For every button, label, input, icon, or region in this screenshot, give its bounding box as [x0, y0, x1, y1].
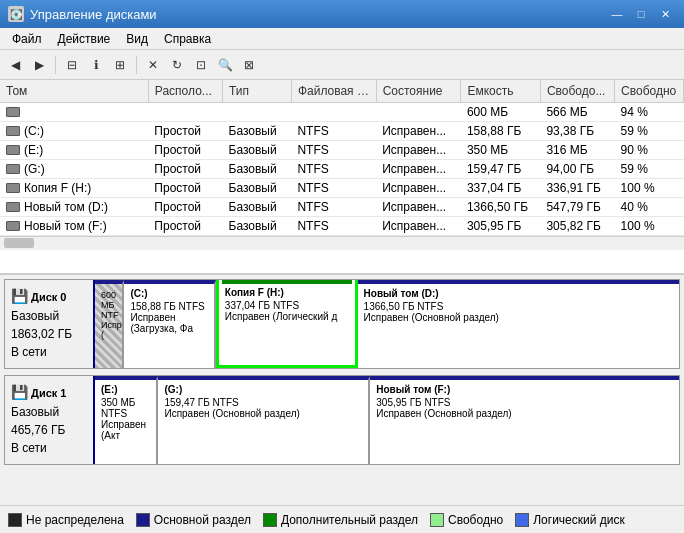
partition-name-f: Новый том (F:) — [376, 384, 673, 395]
toolbar-btn-info[interactable]: ℹ — [85, 54, 107, 76]
disk-1-size: 465,76 ГБ — [11, 421, 87, 439]
partition-status-g: Исправен (Основной раздел) — [164, 408, 362, 419]
cell-location: Простой — [148, 197, 222, 216]
toolbar-btn-copy[interactable]: ⊡ — [190, 54, 212, 76]
cell-fs: NTFS — [291, 159, 376, 178]
cell-free-abs: 316 МБ — [540, 140, 614, 159]
menu-help[interactable]: Справка — [156, 30, 219, 48]
toolbar-btn-search[interactable]: 🔍 — [214, 54, 236, 76]
forward-button[interactable]: ▶ — [28, 54, 50, 76]
cell-status: Исправен... — [376, 159, 461, 178]
legend-logical-label: Логический диск — [533, 513, 625, 527]
cell-location: Простой — [148, 121, 222, 140]
menu-view[interactable]: Вид — [118, 30, 156, 48]
col-location: Располо... — [148, 80, 222, 102]
partition-status-c: Исправен (Загрузка, Фа — [130, 312, 207, 334]
cell-location: Простой — [148, 216, 222, 235]
menu-action[interactable]: Действие — [50, 30, 119, 48]
close-button[interactable]: ✕ — [654, 5, 676, 23]
toolbar-btn-2[interactable]: ⊞ — [109, 54, 131, 76]
cell-type — [223, 102, 292, 121]
legend-primary: Основной раздел — [136, 513, 251, 527]
cell-location — [148, 102, 222, 121]
toolbar-btn-delete[interactable]: ✕ — [142, 54, 164, 76]
toolbar-btn-refresh[interactable]: ↻ — [166, 54, 188, 76]
disk-0-status: В сети — [11, 343, 87, 361]
cell-location: Простой — [148, 159, 222, 178]
disk-0-partition-0[interactable]: 600 МБ NTF Исправен ( — [95, 280, 124, 368]
disk-0-partition-h[interactable]: Копия F (H:) 337,04 ГБ NTFS Исправен (Ло… — [216, 280, 358, 368]
disk-1-partition-f[interactable]: Новый том (F:) 305,95 ГБ NTFS Исправен (… — [370, 376, 679, 464]
cell-fs: NTFS — [291, 140, 376, 159]
cell-name: (G:) — [0, 159, 148, 178]
cell-capacity: 350 МБ — [461, 140, 540, 159]
minimize-button[interactable]: — — [606, 5, 628, 23]
col-free-abs: Свободо... — [540, 80, 614, 102]
cell-name: Новый том (D:) — [0, 197, 148, 216]
legend-free: Свободно — [430, 513, 503, 527]
disk-0-partition-c[interactable]: (C:) 158,88 ГБ NTFS Исправен (Загрузка, … — [124, 280, 215, 368]
cell-status: Исправен... — [376, 121, 461, 140]
menu-bar: Файл Действие Вид Справка — [0, 28, 684, 50]
disk-0-size: 1863,02 ГБ — [11, 325, 87, 343]
cell-free-pct: 90 % — [615, 140, 684, 159]
col-free-pct: Свободно — [615, 80, 684, 102]
cell-type: Базовый — [223, 178, 292, 197]
legend-extended: Дополнительный раздел — [263, 513, 418, 527]
table-row[interactable]: Новый том (D:) Простой Базовый NTFS Испр… — [0, 197, 684, 216]
title-bar-controls: — □ ✕ — [606, 5, 676, 23]
table-row[interactable]: 600 МБ 566 МБ 94 % — [0, 102, 684, 121]
toolbar-btn-extra[interactable]: ⊠ — [238, 54, 260, 76]
cell-free-abs: 93,38 ГБ — [540, 121, 614, 140]
col-status: Состояние — [376, 80, 461, 102]
disk-0-info: 💾 Диск 0 Базовый 1863,02 ГБ В сети — [5, 280, 95, 368]
legend-bar: Не распределена Основной раздел Дополнит… — [0, 505, 684, 533]
cell-capacity: 600 МБ — [461, 102, 540, 121]
menu-file[interactable]: Файл — [4, 30, 50, 48]
disk-0-partition-d[interactable]: Новый том (D:) 1366,50 ГБ NTFS Исправен … — [358, 280, 679, 368]
disk-0-row: 💾 Диск 0 Базовый 1863,02 ГБ В сети 600 М… — [4, 279, 680, 369]
cell-free-pct: 94 % — [615, 102, 684, 121]
cell-status — [376, 102, 461, 121]
cell-name: Новый том (F:) — [0, 216, 148, 235]
disk-1-row: 💾 Диск 1 Базовый 465,76 ГБ В сети (E:) 3… — [4, 375, 680, 465]
disk-0-partitions: 600 МБ NTF Исправен ( (C:) 158,88 ГБ NTF… — [95, 280, 679, 368]
table-scrollbar[interactable] — [0, 236, 684, 250]
partition-status-h: Исправен (Логический д — [225, 311, 349, 322]
cell-fs: NTFS — [291, 197, 376, 216]
disk-0-name: 💾 Диск 0 — [11, 286, 87, 307]
disk-1-partition-g[interactable]: (G:) 159,47 ГБ NTFS Исправен (Основной р… — [158, 376, 370, 464]
partition-name-h: Копия F (H:) — [225, 287, 349, 298]
disk-1-name: 💾 Диск 1 — [11, 382, 87, 403]
toolbar-btn-grid[interactable]: ⊟ — [61, 54, 83, 76]
table-row[interactable]: Новый том (F:) Простой Базовый NTFS Испр… — [0, 216, 684, 235]
cell-type: Базовый — [223, 197, 292, 216]
title-bar: 💽 Управление дисками — □ ✕ — [0, 0, 684, 28]
cell-free-abs: 336,91 ГБ — [540, 178, 614, 197]
table-row[interactable]: Копия F (H:) Простой Базовый NTFS Исправ… — [0, 178, 684, 197]
back-button[interactable]: ◀ — [4, 54, 26, 76]
cell-fs: NTFS — [291, 178, 376, 197]
cell-free-pct: 100 % — [615, 216, 684, 235]
toolbar-separator-2 — [136, 56, 137, 74]
legend-extended-box — [263, 513, 277, 527]
legend-logical-box — [515, 513, 529, 527]
col-capacity: Емкость — [461, 80, 540, 102]
disk-1-partition-e[interactable]: (E:) 350 МБ NTFS Исправен (Акт — [95, 376, 158, 464]
maximize-button[interactable]: □ — [630, 5, 652, 23]
table-row[interactable]: (G:) Простой Базовый NTFS Исправен... 15… — [0, 159, 684, 178]
disk-1-partitions: (E:) 350 МБ NTFS Исправен (Акт (G:) 159,… — [95, 376, 679, 464]
cell-capacity: 337,04 ГБ — [461, 178, 540, 197]
cell-location: Простой — [148, 140, 222, 159]
disk-view: 💾 Диск 0 Базовый 1863,02 ГБ В сети 600 М… — [0, 275, 684, 505]
partition-status-f: Исправен (Основной раздел) — [376, 408, 673, 419]
partition-name-c: (C:) — [130, 288, 207, 299]
legend-free-box — [430, 513, 444, 527]
table-area[interactable]: Том Располо... Тип Файловая с... Состоян… — [0, 80, 684, 275]
partition-size-h: 337,04 ГБ NTFS — [225, 300, 349, 311]
table-row[interactable]: (E:) Простой Базовый NTFS Исправен... 35… — [0, 140, 684, 159]
table-row[interactable]: (C:) Простой Базовый NTFS Исправен... 15… — [0, 121, 684, 140]
legend-extended-label: Дополнительный раздел — [281, 513, 418, 527]
cell-status: Исправен... — [376, 140, 461, 159]
cell-status: Исправен... — [376, 216, 461, 235]
